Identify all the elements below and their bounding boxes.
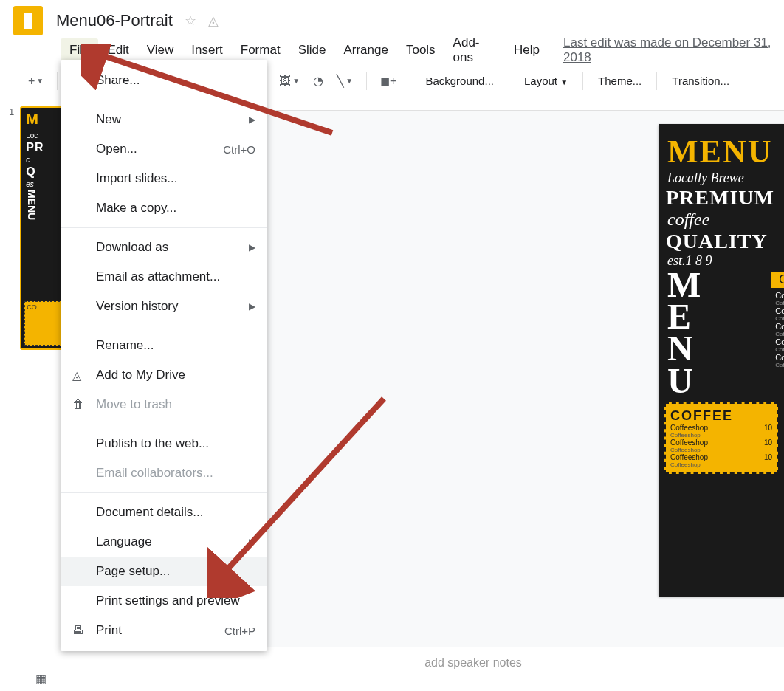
- trash-icon: 🗑: [72, 398, 84, 411]
- drive-icon: ◬: [72, 368, 81, 382]
- slides-logo[interactable]: [13, 6, 43, 35]
- menu-view[interactable]: View: [138, 38, 183, 62]
- menu-publish[interactable]: Publish to the web...: [61, 429, 267, 458]
- menu-arrange[interactable]: Arrange: [334, 38, 396, 62]
- menu-make-copy[interactable]: Make a copy...: [61, 193, 267, 223]
- slide-title: MENU: [659, 124, 784, 171]
- star-icon[interactable]: ☆: [185, 13, 196, 29]
- last-edit-link[interactable]: Last edit was made on December 31, 2018: [563, 35, 784, 65]
- line-button[interactable]: ╲ ▼: [331, 70, 359, 92]
- menu-rename[interactable]: Rename...: [61, 331, 267, 360]
- menu-import[interactable]: Import slides...: [61, 164, 267, 193]
- theme-button[interactable]: Theme...: [591, 72, 649, 90]
- file-dropdown: Share... New▶ Open...Ctrl+O Import slide…: [61, 60, 267, 651]
- slide-text: Locally Brewe: [659, 171, 784, 186]
- menu-print-settings[interactable]: Print settings and preview: [61, 586, 267, 616]
- document-title[interactable]: Menu06-Portrait: [56, 11, 173, 30]
- drive-status-icon[interactable]: ◬: [208, 13, 219, 29]
- menu-doc-details[interactable]: Document details...: [61, 498, 267, 527]
- menu-add-drive[interactable]: ◬Add to My Drive: [61, 360, 267, 390]
- background-button[interactable]: Background...: [418, 72, 501, 90]
- grid-view-icon[interactable]: ▦: [35, 672, 53, 685]
- menu-share[interactable]: Share...: [61, 66, 267, 95]
- slide-text: coffee: [659, 210, 784, 230]
- menu-move-trash[interactable]: 🗑Move to trash: [61, 390, 267, 419]
- slide-text: PREMIUM: [659, 186, 784, 210]
- menu-file[interactable]: File: [61, 38, 98, 62]
- menu-email-collab[interactable]: Email collaborators...: [61, 458, 267, 488]
- menu-version-history[interactable]: Version history▶: [61, 292, 267, 321]
- menu-print[interactable]: 🖶PrintCtrl+P: [61, 616, 267, 645]
- thumbnail-number: 1: [9, 106, 14, 350]
- image-button[interactable]: 🖼 ▼: [273, 70, 306, 92]
- menu-page-setup[interactable]: Page setup...: [61, 557, 267, 586]
- menu-tools[interactable]: Tools: [397, 38, 444, 62]
- speaker-notes[interactable]: add speaker notes: [162, 647, 784, 691]
- new-slide-button[interactable]: + ▼: [22, 70, 49, 92]
- slide-canvas[interactable]: MENU Locally Brewe PREMIUM coffee QUALIT…: [659, 124, 784, 597]
- menu-download[interactable]: Download as▶: [61, 233, 267, 262]
- menu-addons[interactable]: Add-ons: [444, 31, 505, 69]
- comment-button[interactable]: ◼+: [374, 70, 402, 92]
- menu-open[interactable]: Open...Ctrl+O: [61, 134, 267, 164]
- menu-format[interactable]: Format: [232, 38, 289, 62]
- layout-button[interactable]: Layout ▼: [517, 72, 575, 90]
- menu-help[interactable]: Help: [505, 38, 549, 62]
- print-icon: 🖶: [72, 624, 84, 637]
- menu-slide[interactable]: Slide: [289, 38, 335, 62]
- slide-text: QUALITY: [659, 230, 784, 253]
- menu-edit[interactable]: Edit: [98, 38, 137, 62]
- transition-button[interactable]: Transition...: [664, 72, 737, 90]
- menu-email-attachment[interactable]: Email as attachment...: [61, 262, 267, 292]
- shape-button[interactable]: ◔: [307, 70, 329, 92]
- menu-language[interactable]: Language▶: [61, 527, 267, 557]
- menu-insert[interactable]: Insert: [182, 38, 232, 62]
- menu-new[interactable]: New▶: [61, 105, 267, 134]
